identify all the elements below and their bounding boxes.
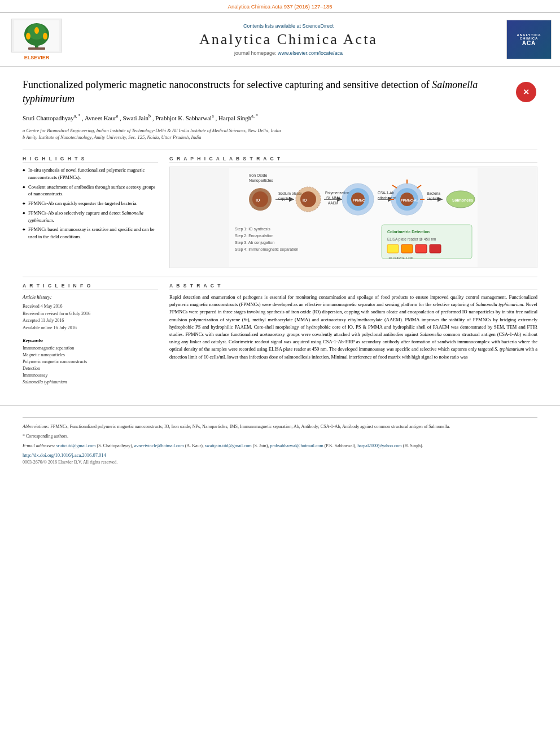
keywords-label: Keywords: (23, 338, 158, 343)
email-1[interactable]: sruticiitd@gmail.com (56, 443, 96, 448)
highlights-column: H I G H L I G H T S In-situ synthesis of… (23, 156, 158, 268)
citation-text: Analytica Chimica Acta 937 (2016) 127–13… (228, 3, 333, 10)
email-2[interactable]: avneetvincle@hotmail.com (134, 443, 184, 448)
article-content: Functionalized polymeric magnetic nanoco… (0, 67, 560, 400)
doi-line[interactable]: http://dx.doi.org/10.1016/j.aca.2016.07.… (23, 452, 537, 458)
homepage-line: journal homepage: www.elsevier.com/locat… (71, 50, 506, 56)
article-title: Functionalized polymeric magnetic nanoco… (23, 78, 506, 113)
svg-text:Step 1: IO synthesis: Step 1: IO synthesis (235, 227, 270, 231)
abbreviations-note: Abbreviations: FPMNCs, Functionalized po… (23, 423, 537, 430)
affiliations: a Centre for Biomedical Engineering, Ind… (23, 127, 537, 142)
svg-text:FPMNC-Ab: FPMNC-Ab (401, 199, 419, 202)
keyword-5: Immunoassay (23, 372, 158, 379)
svg-text:Step 3: Ab conjugation: Step 3: Ab conjugation (235, 241, 274, 245)
highlights-graphical-section: H I G H L I G H T S In-situ synthesis of… (23, 156, 537, 268)
svg-text:Bacteria: Bacteria (427, 191, 440, 195)
svg-text:AAEM: AAEM (328, 201, 338, 205)
svg-text:IO: IO (256, 198, 260, 202)
svg-text:IO: IO (303, 198, 307, 202)
divider-3 (23, 417, 537, 418)
graphical-abstract-header: G R A P H I C A L A B S T R A C T (169, 156, 537, 163)
svg-text:capture: capture (427, 196, 439, 201)
svg-text:Salmonella: Salmonella (452, 198, 473, 202)
keywords-section: Keywords: Immunomagnetic separation Magn… (23, 338, 158, 386)
abstract-text: Rapid detection and enumeration of patho… (169, 294, 537, 361)
email-addresses: E-mail addresses: sruticiitd@gmail.com (… (23, 443, 537, 449)
keyword-2: Magnetic nanoparticles (23, 352, 158, 359)
svg-text:Nanoparticles: Nanoparticles (249, 178, 273, 183)
highlight-item-3: FPMNCs-Ab can quickly sequester the targ… (23, 200, 158, 207)
elsevier-logo: ELSEVIER (8, 19, 65, 60)
svg-text:Iron Oxide: Iron Oxide (249, 173, 267, 177)
journal-logo-right: ANALYTICA CHIMICA ACA (506, 20, 552, 59)
elsevier-label: ELSEVIER (24, 55, 50, 60)
highlight-item-1: In-situ synthesis of novel functionalize… (23, 167, 158, 181)
keyword-1: Immunomagnetic separation (23, 345, 158, 352)
accepted-date: Accepted 11 July 2016 (23, 317, 158, 325)
elsevier-tree-image (11, 19, 62, 53)
svg-text:ELISA plate reader @ 450 nm: ELISA plate reader @ 450 nm (387, 237, 436, 242)
svg-point-12 (252, 191, 268, 207)
highlights-list: In-situ synthesis of novel functionalize… (23, 167, 158, 241)
email-4[interactable]: prabsabharwal@hotmail.com (270, 443, 323, 448)
svg-rect-53 (401, 244, 413, 253)
received-revised-label: Received in revised form 6 July 2016 (23, 311, 158, 318)
available-date: Available online 16 July 2016 (23, 325, 158, 332)
svg-text:10 cells/mL LOD: 10 cells/mL LOD (388, 256, 414, 260)
svg-point-5 (34, 27, 39, 34)
authors-line: Sruti Chattopadhyaya, * , Avneet Kaura ,… (23, 113, 537, 123)
contents-available: Contents lists available at ScienceDirec… (71, 23, 506, 29)
svg-text:Step 2: Encapsulation: Step 2: Encapsulation (235, 234, 273, 238)
svg-point-4 (26, 33, 30, 40)
svg-text:FPMNC: FPMNC (353, 199, 365, 202)
article-history-box: Article history: Received 4 May 2016 Rec… (23, 294, 158, 332)
svg-point-6 (43, 33, 47, 40)
crossmark-badge[interactable]: ✕ (515, 81, 537, 103)
journal-center-info: Contents lists available at ScienceDirec… (71, 23, 506, 56)
highlight-item-4: FPMNCs-Ab also selectively capture and d… (23, 209, 158, 224)
email-3[interactable]: swatijain.iitd@gmail.com (205, 443, 252, 448)
abstract-column: A B S T R A C T Rapid detection and enum… (169, 283, 537, 386)
divider-2 (23, 277, 537, 277)
highlights-header: H I G H L I G H T S (23, 156, 158, 163)
copyright-line: 0003-2670/© 2016 Elsevier B.V. All right… (23, 460, 537, 465)
article-info-header: A R T I C L E I N F O (23, 283, 158, 290)
history-label: Article history: (23, 294, 158, 302)
email-5[interactable]: harpal2000@yahoo.com (357, 443, 402, 448)
journal-citation: Analytica Chimica Acta 937 (2016) 127–13… (0, 0, 560, 12)
keyword-6: Salmonella typhimurium (23, 379, 158, 386)
svg-text:Colorimetric Detection: Colorimetric Detection (387, 230, 430, 234)
article-info-left: A R T I C L E I N F O Article history: R… (23, 283, 158, 386)
svg-rect-52 (387, 244, 399, 253)
svg-text:St, MMA,: St, MMA, (326, 196, 342, 200)
article-title-heading: Functionalized polymeric magnetic nanoco… (23, 78, 506, 106)
journal-title: Analytica Chimica Acta (71, 31, 506, 48)
footnotes-section: Abbreviations: FPMNCs, Functionalized po… (0, 405, 560, 470)
abstract-header: A B S T R A C T (169, 283, 537, 290)
graphical-abstract-image: Iron Oxide Nanoparticles IO Sodium oleat… (169, 167, 537, 268)
keyword-4: Detection (23, 365, 158, 372)
svg-rect-54 (415, 244, 427, 253)
corresponding-note: * Corresponding authors. (23, 433, 537, 440)
crossmark-icon: ✕ (516, 82, 536, 102)
highlight-item-2: Covalent attachment of antibodies throug… (23, 184, 158, 198)
graphical-abstract-column: G R A P H I C A L A B S T R A C T Iron O… (169, 156, 537, 268)
divider-1 (23, 150, 537, 150)
keyword-3: Polymeric magnetic nanoconstructs (23, 359, 158, 365)
highlight-item-5: FPMNCs based immunoassay is sensitive an… (23, 226, 158, 241)
received-date: Received 4 May 2016 (23, 303, 158, 311)
svg-text:Step 4: Immunomagnetic separat: Step 4: Immunomagnetic separation (235, 247, 299, 252)
science-direct-link[interactable]: ScienceDirect (303, 23, 334, 29)
article-info-section: A R T I C L E I N F O Article history: R… (23, 283, 537, 386)
journal-header: ELSEVIER Contents lists available at Sci… (0, 12, 560, 67)
homepage-url[interactable]: www.elsevier.com/locate/aca (278, 50, 343, 56)
svg-rect-55 (430, 244, 441, 253)
svg-rect-7 (28, 47, 45, 50)
svg-text:capping: capping (278, 196, 291, 201)
title-row: Functionalized polymeric magnetic nanoco… (23, 78, 537, 113)
